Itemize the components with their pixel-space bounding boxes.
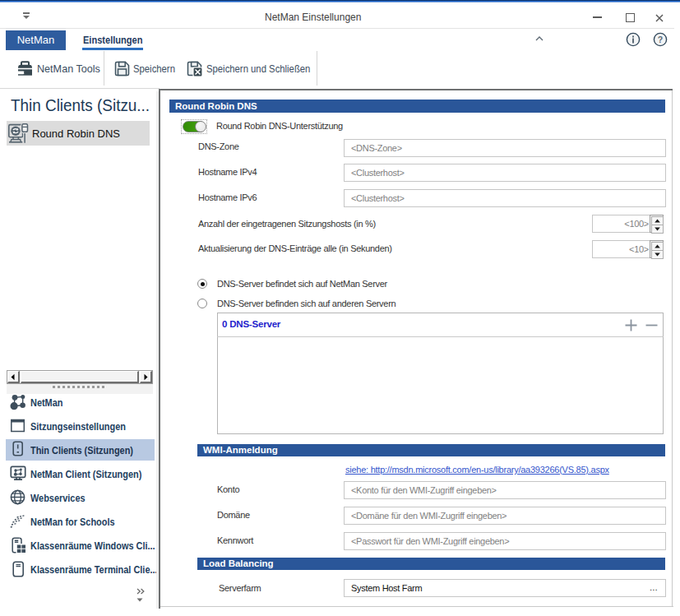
svg-text:?: ? [658, 35, 663, 44]
